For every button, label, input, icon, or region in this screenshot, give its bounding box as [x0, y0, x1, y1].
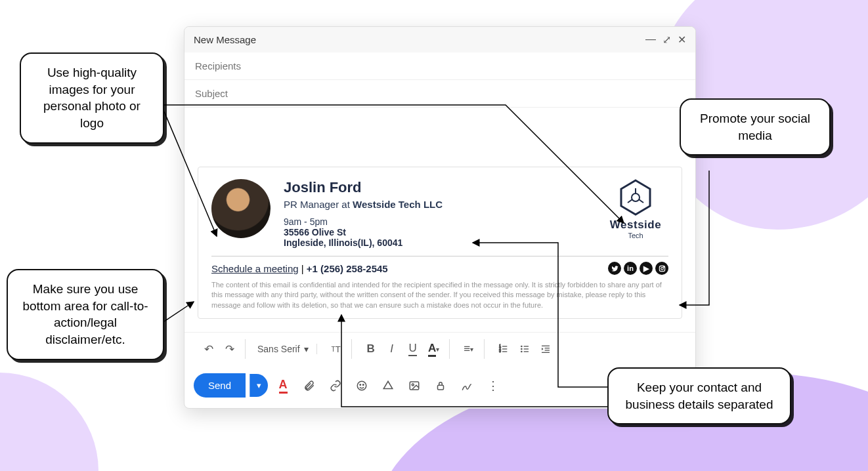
- minimize-icon[interactable]: —: [645, 33, 656, 46]
- text-format-icon[interactable]: A: [272, 375, 294, 397]
- undo-button[interactable]: ↶: [199, 339, 219, 359]
- twitter-icon[interactable]: [608, 262, 621, 275]
- underline-button[interactable]: U: [403, 339, 423, 359]
- numbered-list-button[interactable]: 123: [494, 339, 513, 359]
- svg-point-27: [363, 384, 364, 385]
- drive-icon[interactable]: [377, 375, 399, 397]
- svg-marker-0: [621, 180, 650, 215]
- compose-header: New Message — ⤢ ✕: [184, 27, 695, 52]
- svg-point-14: [521, 346, 523, 348]
- instagram-icon[interactable]: [655, 262, 668, 275]
- signature-card: Joslin Ford PR Manager at Westside Tech …: [198, 167, 682, 319]
- subject-row[interactable]: [184, 80, 695, 108]
- italic-button[interactable]: I: [382, 339, 402, 359]
- signature-icon[interactable]: [456, 375, 478, 397]
- svg-point-15: [521, 348, 523, 350]
- svg-point-26: [360, 384, 361, 385]
- recipients-input[interactable]: [195, 60, 685, 72]
- svg-text:3: 3: [499, 350, 501, 354]
- svg-point-16: [521, 351, 523, 353]
- callout-cta: Make sure you use bottom area for call-t…: [7, 269, 164, 360]
- svg-rect-21: [544, 348, 549, 348]
- outdent-button[interactable]: [536, 339, 555, 359]
- font-family-select[interactable]: Sans Serif ▾: [255, 344, 311, 354]
- compose-window: New Message — ⤢ ✕ Joslin Ford PR Manager…: [184, 26, 696, 409]
- svg-rect-23: [542, 352, 550, 353]
- image-icon[interactable]: [403, 375, 425, 397]
- confidential-icon[interactable]: [429, 375, 452, 397]
- subject-input[interactable]: [195, 88, 685, 99]
- logo-subtext: Tech: [603, 232, 668, 239]
- svg-rect-19: [523, 352, 528, 352]
- svg-rect-31: [438, 385, 444, 390]
- emoji-icon[interactable]: [351, 375, 373, 397]
- bullet-list-button[interactable]: [515, 339, 534, 359]
- attach-icon[interactable]: [298, 375, 320, 397]
- svg-marker-28: [383, 381, 393, 388]
- role-prefix: PR Manager at: [284, 199, 353, 210]
- link-icon[interactable]: [324, 375, 347, 397]
- signature-cta-row: Schedule a meeting | +1 (256) 258-2545: [211, 263, 388, 274]
- close-icon[interactable]: ✕: [678, 33, 686, 46]
- font-family-label: Sans Serif: [257, 344, 300, 354]
- send-more-button[interactable]: ▾: [250, 374, 268, 397]
- send-button[interactable]: Send: [194, 373, 246, 398]
- callout-social: Promote your social media: [680, 98, 831, 155]
- cta-separator: |: [299, 263, 307, 274]
- svg-point-25: [357, 381, 366, 390]
- svg-line-4: [628, 199, 632, 203]
- more-icon[interactable]: ⋮: [482, 375, 504, 397]
- social-icons: in ▶: [608, 262, 668, 275]
- svg-point-1: [632, 194, 640, 201]
- svg-point-30: [412, 384, 414, 386]
- signature-phone: +1 (256) 258-2545: [307, 263, 388, 274]
- company-logo: Westside Tech: [603, 179, 668, 239]
- font-size-button[interactable]: TT: [326, 339, 346, 359]
- svg-rect-18: [523, 349, 528, 350]
- bg-decoration: [0, 373, 98, 471]
- format-toolbar: ↶ ↷ Sans Serif ▾ TT B I U A ▾ ≡ ▾ 123: [184, 332, 695, 365]
- linkedin-icon[interactable]: in: [624, 262, 637, 275]
- align-button[interactable]: ≡ ▾: [459, 339, 479, 359]
- svg-marker-24: [542, 348, 544, 350]
- chevron-down-icon: ▾: [304, 344, 309, 354]
- recipients-row[interactable]: [184, 52, 695, 80]
- schedule-meeting-link[interactable]: Schedule a meeting: [211, 263, 299, 274]
- avatar: [211, 179, 271, 238]
- logo-text: Westside: [603, 218, 668, 232]
- svg-rect-20: [542, 346, 550, 346]
- svg-rect-17: [523, 346, 528, 347]
- bold-button[interactable]: B: [361, 339, 381, 359]
- callout-contact: Keep your contact and business details s…: [607, 367, 791, 424]
- callout-images: Use high-quality images for your persona…: [20, 52, 164, 144]
- svg-rect-22: [544, 350, 549, 351]
- signature-divider: [211, 256, 668, 256]
- youtube-icon[interactable]: ▶: [640, 262, 653, 275]
- svg-point-6: [661, 267, 663, 270]
- expand-icon[interactable]: ⤢: [662, 33, 671, 46]
- company-name: Westside Tech LLC: [353, 199, 443, 210]
- logo-hexagon-icon: [619, 179, 652, 216]
- text-color-button[interactable]: A ▾: [424, 339, 444, 359]
- signature-disclaimer: The content of this email is confidentia…: [211, 280, 668, 310]
- svg-point-7: [663, 266, 664, 267]
- redo-button[interactable]: ↷: [220, 339, 240, 359]
- svg-line-3: [639, 199, 643, 203]
- compose-title: New Message: [194, 34, 256, 45]
